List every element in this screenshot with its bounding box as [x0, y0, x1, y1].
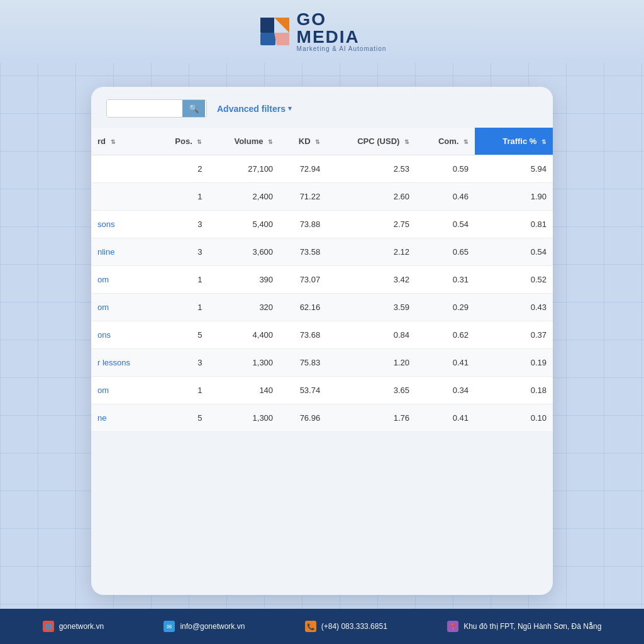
cell-keyword[interactable]: ons	[91, 321, 153, 349]
cell-keyword[interactable]: om	[91, 377, 153, 404]
cell-keyword	[91, 183, 153, 211]
cell-cpc: 3.59	[326, 294, 416, 321]
sort-arrows-traffic: ⇅	[541, 139, 547, 145]
cell-cpc: 2.75	[326, 211, 416, 238]
search-input[interactable]	[107, 100, 182, 117]
cell-com: 0.46	[416, 183, 475, 211]
svg-marker-0	[274, 18, 289, 33]
cell-cpc: 2.12	[326, 238, 416, 266]
phone-icon: 📞	[305, 621, 316, 632]
cell-cpc: 3.42	[326, 266, 416, 294]
search-button[interactable]: 🔍	[182, 100, 205, 117]
cell-com: 0.31	[416, 266, 475, 294]
cell-kd: 53.74	[279, 377, 326, 404]
cell-com: 0.34	[416, 377, 475, 404]
footer-item-phone: 📞 (+84) 083.333.6851	[305, 621, 387, 632]
table-row: 12,40071.222.600.461.90	[91, 183, 553, 211]
cell-kd: 72.94	[279, 155, 326, 183]
cell-volume: 390	[208, 266, 279, 294]
cell-volume: 4,400	[208, 321, 279, 349]
cell-pos: 3	[153, 211, 208, 238]
email-icon: ✉	[164, 621, 175, 632]
data-table-container: rd ⇅ Pos. ⇅ Volume ⇅ KD ⇅	[91, 128, 553, 432]
table-row: om132062.163.590.290.43	[91, 294, 553, 321]
logo: GOMEDIA Marketing & AI Automation	[258, 11, 387, 52]
search-area: 🔍 Advanced filters ▾	[91, 87, 553, 128]
cell-pos: 5	[153, 321, 208, 349]
cell-pos: 1	[153, 294, 208, 321]
table-row: ne51,30076.961.760.410.10	[91, 404, 553, 432]
cell-pos: 5	[153, 404, 208, 432]
svg-marker-2	[260, 18, 274, 33]
table-row: 227,10072.942.530.595.94	[91, 155, 553, 183]
cell-traffic: 0.54	[475, 238, 553, 266]
cell-com: 0.65	[416, 238, 475, 266]
cell-keyword[interactable]: ne	[91, 404, 153, 432]
col-com: Com. ⇅	[416, 128, 475, 155]
cell-traffic: 1.90	[475, 183, 553, 211]
chevron-down-icon: ▾	[288, 104, 292, 113]
table-body: 227,10072.942.530.595.9412,40071.222.600…	[91, 155, 553, 432]
logo-tagline: Marketing & AI Automation	[297, 46, 387, 52]
cell-keyword[interactable]: sons	[91, 211, 153, 238]
footer-item-website: 🌐 gonetwork.vn	[43, 621, 104, 632]
sort-arrows-volume: ⇅	[268, 139, 273, 145]
col-cpc: CPC (USD) ⇅	[326, 128, 416, 155]
cell-traffic: 0.81	[475, 211, 553, 238]
table-row: om114053.743.650.340.18	[91, 377, 553, 404]
table-header: rd ⇅ Pos. ⇅ Volume ⇅ KD ⇅	[91, 128, 553, 155]
advanced-filters-button[interactable]: Advanced filters ▾	[217, 104, 292, 114]
col-traffic: Traffic % ⇅	[475, 128, 553, 155]
cell-keyword[interactable]: om	[91, 294, 153, 321]
sort-arrows-com: ⇅	[464, 139, 469, 145]
svg-rect-1	[260, 33, 275, 45]
cell-pos: 2	[153, 155, 208, 183]
cell-traffic: 5.94	[475, 155, 553, 183]
main-card: 🔍 Advanced filters ▾ rd ⇅ Pos. ⇅	[91, 87, 553, 595]
sort-arrows-keyword: ⇅	[111, 139, 116, 145]
cell-cpc: 2.60	[326, 183, 416, 211]
col-kd: KD ⇅	[279, 128, 326, 155]
cell-keyword	[91, 155, 153, 183]
cell-keyword[interactable]: r lessons	[91, 349, 153, 377]
advanced-filters-label: Advanced filters	[217, 104, 286, 114]
cell-cpc: 1.76	[326, 404, 416, 432]
footer-item-email: ✉ info@gonetwork.vn	[164, 621, 245, 632]
search-icon: 🔍	[189, 104, 199, 113]
logo-text: GOMEDIA Marketing & AI Automation	[297, 11, 387, 52]
footer-item-location: 📍 Khu đô thị FPT, Ngũ Hành Sơn, Đà Nẵng	[447, 621, 601, 632]
cell-keyword[interactable]: nline	[91, 238, 153, 266]
cell-traffic: 0.43	[475, 294, 553, 321]
logo-name: GOMEDIA	[297, 11, 387, 46]
footer-email-text: info@gonetwork.vn	[180, 622, 245, 631]
cell-pos: 1	[153, 183, 208, 211]
cell-kd: 62.16	[279, 294, 326, 321]
sort-arrows-cpc: ⇅	[404, 139, 409, 145]
cell-volume: 2,400	[208, 183, 279, 211]
cell-com: 0.59	[416, 155, 475, 183]
table-row: nline33,60073.582.120.650.54	[91, 238, 553, 266]
cell-volume: 320	[208, 294, 279, 321]
col-volume: Volume ⇅	[208, 128, 279, 155]
footer-phone-text: (+84) 083.333.6851	[321, 622, 387, 631]
cell-keyword[interactable]: om	[91, 266, 153, 294]
footer: 🌐 gonetwork.vn ✉ info@gonetwork.vn 📞 (+8…	[0, 609, 644, 644]
table-row: sons35,40073.882.750.540.81	[91, 211, 553, 238]
cell-cpc: 0.84	[326, 321, 416, 349]
cell-cpc: 3.65	[326, 377, 416, 404]
cell-cpc: 1.20	[326, 349, 416, 377]
data-table: rd ⇅ Pos. ⇅ Volume ⇅ KD ⇅	[91, 128, 553, 432]
table-row: r lessons31,30075.831.200.410.19	[91, 349, 553, 377]
cell-pos: 1	[153, 266, 208, 294]
cell-kd: 73.58	[279, 238, 326, 266]
logo-icon	[258, 15, 291, 48]
svg-marker-3	[274, 33, 289, 45]
cell-volume: 5,400	[208, 211, 279, 238]
cell-traffic: 0.52	[475, 266, 553, 294]
table-row: om139073.073.420.310.52	[91, 266, 553, 294]
location-icon: 📍	[447, 621, 458, 632]
header: GOMEDIA Marketing & AI Automation	[0, 0, 644, 63]
cell-volume: 1,300	[208, 404, 279, 432]
footer-website-text: gonetwork.vn	[59, 622, 104, 631]
sort-arrows-kd: ⇅	[315, 139, 320, 145]
